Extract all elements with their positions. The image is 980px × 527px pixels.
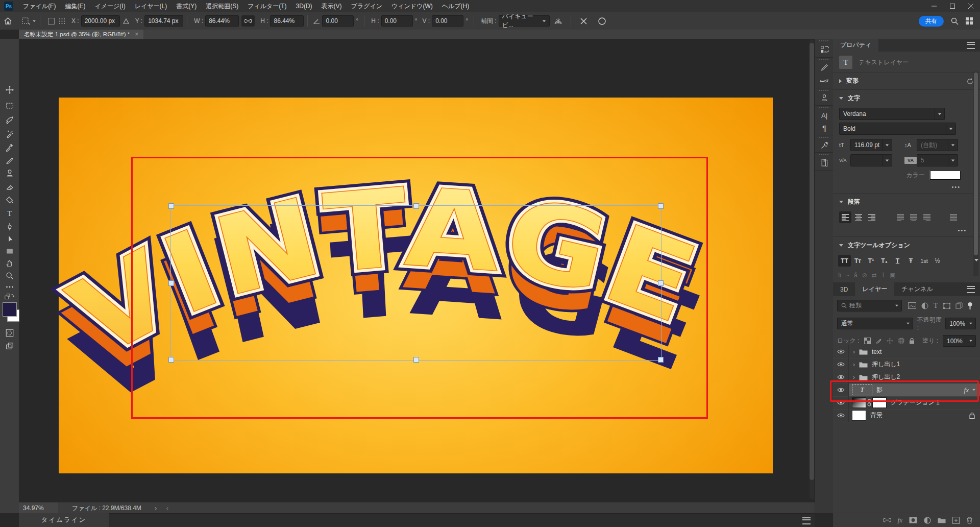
layer-row-text[interactable]: › text (833, 345, 980, 358)
scroll-left-icon[interactable]: ‹ (166, 504, 169, 512)
handle-top-center[interactable] (413, 203, 419, 209)
hand-tool-icon[interactable] (4, 257, 16, 270)
font-size-select[interactable]: 116.09 pt (850, 139, 892, 151)
lasso-tool-icon[interactable] (4, 114, 16, 126)
justify-last-left-button[interactable] (894, 211, 906, 223)
share-button[interactable]: 共有 (919, 16, 944, 27)
handle-bottom-center[interactable] (413, 357, 419, 363)
ligatures-icon[interactable]: fi (838, 272, 841, 279)
x-input[interactable]: 2000.00 px (81, 15, 120, 27)
interpolation-dropdown[interactable]: バイキュービ... (499, 15, 550, 27)
magic-wand-tool-icon[interactable] (4, 128, 16, 140)
lock-transparency-icon[interactable] (864, 338, 871, 344)
new-layer-icon[interactable] (952, 517, 960, 524)
history-panel-icon[interactable] (819, 44, 830, 55)
align-left-button[interactable] (839, 211, 851, 223)
justify-last-center-button[interactable] (908, 211, 920, 223)
visibility-eye-icon[interactable] (833, 358, 849, 371)
clone-stamp-tool-icon[interactable] (4, 167, 16, 180)
libraries-panel-icon[interactable] (819, 157, 830, 168)
cancel-transform-icon[interactable] (575, 18, 593, 25)
group-expand-icon[interactable]: › (853, 361, 855, 368)
group-expand-icon[interactable]: › (853, 348, 855, 355)
y-input[interactable]: 1034.74 px (144, 15, 183, 27)
maximize-icon[interactable] (943, 0, 962, 12)
delta-icon[interactable] (123, 18, 129, 24)
menu-3d[interactable]: 3D(D) (291, 0, 317, 12)
layer-filter-search[interactable]: 種類 (837, 300, 902, 312)
foreground-color-swatch[interactable] (3, 302, 17, 317)
menu-filter[interactable]: フィルター(T) (243, 0, 291, 12)
justify-last-right-button[interactable] (921, 211, 933, 223)
timeline-menu-icon[interactable] (802, 517, 811, 524)
handle-bottom-right[interactable] (658, 357, 664, 363)
superscript-button[interactable]: T¹ (865, 255, 877, 267)
properties-menu-icon[interactable] (967, 39, 980, 52)
menu-select[interactable]: 選択範囲(S) (201, 0, 243, 12)
document-tab-close-icon[interactable]: × (135, 31, 138, 38)
zoom-tool-icon[interactable] (4, 270, 16, 282)
strikethrough-button[interactable]: Ŧ (904, 255, 917, 267)
home-icon[interactable] (0, 17, 15, 25)
lock-artboard-icon[interactable] (898, 338, 904, 344)
kerning-select[interactable]: 5 (917, 154, 958, 166)
properties-scrollbar-thumb[interactable] (974, 73, 978, 255)
document-tab[interactable]: 名称未設定 1.psd @ 35% (影, RGB/8#) * × (19, 30, 143, 39)
tab-layers[interactable]: レイヤー (855, 282, 894, 296)
all-caps-button[interactable]: TT (838, 255, 851, 267)
contextual-alternates-icon[interactable]: ~ (846, 272, 849, 279)
underline-button[interactable]: T (891, 255, 904, 267)
layer-name[interactable]: 押し出し1 (872, 360, 900, 369)
pen-tool-icon[interactable] (4, 221, 16, 233)
font-family-select[interactable]: Verdana (839, 108, 945, 120)
handle-top-left[interactable] (168, 203, 174, 209)
path-select-tool-icon[interactable] (4, 233, 16, 245)
h-input[interactable]: 86.44% (270, 15, 304, 27)
opacity-select[interactable]: 100% (945, 318, 976, 329)
layer-row-background[interactable]: 背景 (833, 409, 980, 422)
layer-name[interactable]: text (872, 348, 881, 355)
reset-transform-icon[interactable] (966, 78, 974, 85)
w-input[interactable]: 86.44% (205, 15, 239, 27)
quick-mask-icon[interactable] (4, 327, 16, 339)
lock-position-icon[interactable] (887, 338, 893, 344)
tab-properties[interactable]: プロパティ (833, 39, 878, 52)
lock-all-icon[interactable] (909, 338, 915, 344)
workspace-switcher-icon[interactable] (966, 17, 973, 25)
layer-row-oshidashi1[interactable]: › 押し出し1 (833, 358, 980, 371)
background-thumbnail[interactable] (852, 410, 866, 421)
timeline-tab[interactable]: タイムライン (19, 513, 109, 527)
eyedropper-tool-icon[interactable] (4, 141, 16, 153)
tracking-select[interactable] (850, 154, 892, 166)
menu-image[interactable]: イメージ(I) (90, 0, 130, 12)
menu-plugins[interactable]: プラグイン (347, 0, 387, 12)
filter-adjustment-layers-icon[interactable] (921, 302, 928, 309)
filter-smart-objects-icon[interactable] (955, 302, 963, 309)
move-tool-icon[interactable] (4, 84, 16, 96)
filter-type-layers-icon[interactable]: T (934, 302, 938, 310)
transform-selection-box[interactable] (170, 205, 662, 361)
type-options-section-header[interactable]: 文字ツールオプション (833, 237, 980, 254)
new-group-icon[interactable] (938, 517, 946, 523)
marquee-tool-icon[interactable] (4, 100, 16, 112)
eraser-tool-icon[interactable] (4, 181, 16, 193)
stylistic-alternates-icon[interactable]: å (854, 272, 857, 279)
delete-layer-icon[interactable] (966, 517, 973, 524)
transform-tool-icon[interactable] (21, 17, 36, 25)
gradient-tool-icon[interactable] (4, 194, 16, 206)
menu-file[interactable]: ファイル(F) (18, 0, 60, 12)
brush-tool-icon[interactable] (4, 154, 16, 166)
brushes-panel-icon[interactable] (819, 75, 830, 86)
vertical-scrollbar-thumb[interactable] (810, 43, 814, 480)
brush-settings-panel-icon[interactable] (819, 62, 830, 74)
handle-middle-right[interactable] (658, 280, 664, 286)
angle-input[interactable]: 0.00 (322, 15, 354, 27)
properties-scroll-down-icon[interactable] (974, 261, 978, 269)
small-caps-button[interactable]: Tᴛ (851, 255, 864, 267)
subscript-button[interactable]: T₁ (878, 255, 891, 267)
transform-section-header[interactable]: 変形 (833, 73, 980, 89)
justify-all-button[interactable] (947, 211, 960, 223)
warp-mode-icon[interactable] (550, 17, 567, 25)
minimize-icon[interactable] (925, 0, 943, 12)
layer-name[interactable]: 背景 (870, 411, 883, 420)
